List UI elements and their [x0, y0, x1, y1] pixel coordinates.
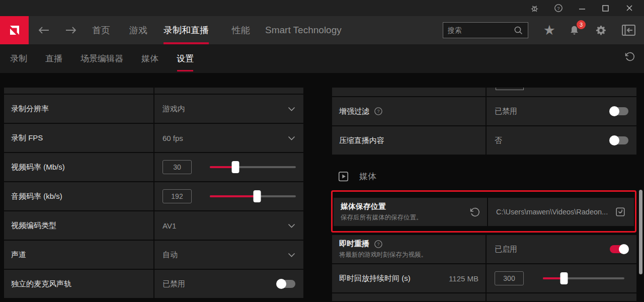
setting-value-cell: 否 — [487, 126, 636, 155]
dropdown-select[interactable]: 60 fps — [154, 124, 303, 152]
recording-settings-panel: 录制分辨率游戏内录制 FPS60 fps视频码率 (Mb/s)音频码率 (kb/… — [4, 88, 303, 299]
nav-tab-1[interactable]: 游戏 — [129, 16, 147, 44]
value-input[interactable] — [495, 271, 524, 285]
dropdown-select[interactable]: AV1 — [154, 211, 303, 240]
chevron-down-icon — [288, 223, 295, 228]
minimize-button[interactable] — [570, 0, 594, 16]
setting-label-cell: 音频码率 (kb/s) — [4, 182, 153, 210]
setting-value-cell: C:\Users\mawen\Videos\Radeon... — [488, 198, 634, 226]
toggle-knob — [609, 106, 619, 116]
cut-input-remnant — [496, 88, 524, 90]
settings-row: 即时重播?将最新的游戏时刻保存为视频。已启用 — [332, 235, 636, 263]
setting-label: 独立的麦克风声轨 — [11, 279, 71, 289]
setting-label: 增强过滤 — [339, 107, 369, 116]
cut-label-cell — [332, 293, 486, 301]
dropdown-value: 游戏内 — [163, 104, 185, 114]
setting-label-cell: 压缩直播内容 — [332, 126, 486, 155]
maximize-button[interactable] — [594, 0, 617, 16]
setting-label: 音频码率 (kb/s) — [11, 192, 62, 201]
value-input[interactable] — [163, 189, 192, 203]
slider-track[interactable] — [210, 195, 296, 197]
bug-report-icon[interactable] — [523, 0, 546, 16]
setting-label-row: 增强过滤? — [339, 107, 383, 116]
slider-track[interactable] — [210, 166, 296, 168]
edit-path-icon[interactable] — [615, 206, 626, 217]
setting-label-cell: 声道 — [4, 241, 153, 269]
titlebar: ? — [0, 0, 644, 16]
setting-label-row: 视频码率 (Mb/s) — [11, 163, 65, 172]
toggle-state-label: 否 — [495, 136, 502, 145]
svg-text:?: ? — [377, 242, 379, 247]
collapse-panel-icon[interactable] — [622, 25, 635, 36]
section-header-media: 媒体 — [338, 171, 636, 181]
subnav-tab-3[interactable]: 媒体 — [141, 53, 158, 64]
help-icon[interactable]: ? — [374, 107, 383, 116]
settings-row: 声道自动 — [4, 241, 303, 269]
dropdown-value: AV1 — [163, 221, 176, 230]
help-icon[interactable]: ? — [374, 240, 383, 249]
subnav-tab-4[interactable]: 设置 — [177, 53, 194, 64]
slider-track[interactable] — [543, 277, 624, 279]
forward-arrow-icon[interactable] — [61, 16, 81, 44]
toggle-switch[interactable] — [277, 280, 295, 288]
chevron-down-icon — [288, 136, 295, 140]
vertical-scrollbar[interactable] — [639, 190, 642, 274]
slider-handle[interactable] — [232, 161, 239, 173]
setting-label: 视频码率 (Mb/s) — [11, 163, 65, 172]
search-input[interactable] — [443, 22, 528, 38]
help-icon[interactable]: ? — [546, 0, 570, 16]
setting-label-row: 声道 — [11, 250, 26, 260]
setting-label-row: 媒体保存位置 — [341, 202, 423, 211]
nav-tab-4[interactable]: Smart Technology — [265, 16, 342, 44]
back-arrow-icon[interactable] — [34, 16, 54, 44]
setting-value-cell: 已启用 — [487, 235, 636, 263]
setting-value-cell: 已禁用 — [487, 97, 636, 125]
subnav-tab-2[interactable]: 场景编辑器 — [80, 53, 123, 64]
setting-value-cell: 已禁用 — [154, 270, 303, 298]
undo-icon[interactable] — [469, 207, 480, 217]
setting-label-cell: 独立的麦克风声轨 — [4, 270, 153, 298]
setting-label-cell: 即时回放持续时间 (s)1125 MB — [332, 264, 486, 292]
subnav-tab-0[interactable]: 录制 — [10, 53, 27, 64]
nav-tab-0[interactable]: 首页 — [92, 16, 110, 44]
setting-label: 录制分辨率 — [11, 104, 49, 114]
setting-label-block: 即时重播?将最新的游戏时刻保存为视频。 — [339, 239, 427, 259]
dropdown-select[interactable]: 游戏内 — [154, 95, 303, 123]
cut-label-cell — [332, 88, 486, 96]
nav-tab-3[interactable]: 性能 — [232, 16, 250, 44]
notifications-bell-icon[interactable]: 3 — [569, 25, 580, 36]
toggle-switch[interactable] — [610, 245, 628, 253]
cut-row — [332, 88, 636, 96]
dropdown-select[interactable]: 自动 — [154, 241, 303, 269]
setting-label-row: 压缩直播内容 — [339, 136, 384, 145]
main-navbar: 首页游戏录制和直播性能Smart Technology ★ 3 — [0, 16, 644, 44]
setting-label-cell: 视频码率 (Mb/s) — [4, 153, 153, 181]
slider-handle[interactable] — [254, 190, 261, 202]
setting-label-cell: 录制 FPS — [4, 124, 153, 152]
setting-value-cell — [154, 153, 303, 181]
close-button[interactable] — [617, 0, 641, 16]
settings-row: 录制 FPS60 fps — [4, 124, 303, 152]
settings-row: 增强过滤?已禁用 — [332, 97, 636, 125]
file-path-value[interactable]: C:\Users\mawen\Videos\Radeon... — [496, 208, 608, 216]
amd-logo — [0, 16, 29, 44]
search-field[interactable] — [448, 26, 514, 34]
setting-label-block: 媒体保存位置保存后所有媒体的保存位置。 — [341, 202, 423, 222]
favorites-star-icon[interactable]: ★ — [543, 24, 555, 37]
settings-row: 视频码率 (Mb/s) — [4, 153, 303, 181]
toggle-switch[interactable] — [610, 136, 628, 144]
cut-label-cell — [4, 88, 153, 94]
setting-label: 媒体保存位置 — [341, 202, 386, 211]
settings-gear-icon[interactable] — [595, 25, 607, 36]
slider-handle[interactable] — [560, 272, 568, 284]
value-input[interactable] — [163, 160, 192, 174]
subnav-tab-1[interactable]: 直播 — [45, 53, 62, 64]
setting-label-cell: 即时重播?将最新的游戏时刻保存为视频。 — [332, 235, 486, 263]
search-icon — [514, 26, 523, 35]
toggle-switch[interactable] — [610, 107, 628, 115]
reset-settings-icon[interactable] — [624, 51, 635, 64]
svg-text:?: ? — [557, 6, 559, 11]
settings-row: 视频编码类型AV1 — [4, 211, 303, 240]
nav-tab-2[interactable]: 录制和直播 — [164, 16, 209, 44]
settings-row: 独立的麦克风声轨已禁用 — [4, 270, 303, 298]
